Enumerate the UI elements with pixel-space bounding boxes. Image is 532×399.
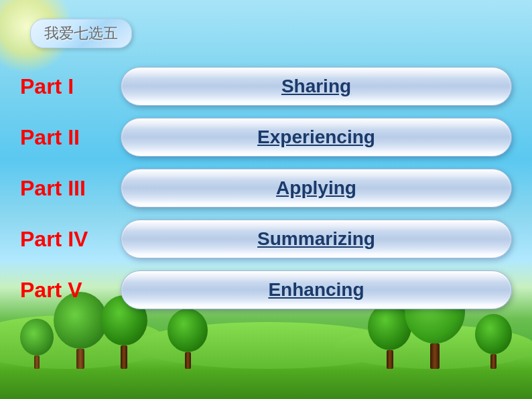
part-row-5: Part VEnhancing <box>20 270 512 309</box>
part-button-3[interactable]: Applying <box>121 169 512 208</box>
part-row-3: Part IIIApplying <box>20 169 512 208</box>
part-button-4[interactable]: Summarizing <box>121 220 512 258</box>
part-button-text-5: Enhancing <box>268 279 364 301</box>
part-button-1[interactable]: Sharing <box>121 67 512 106</box>
part-row-4: Part IVSummarizing <box>20 220 512 258</box>
trees-container <box>0 319 532 399</box>
part-button-text-2: Experiencing <box>257 127 375 148</box>
part-row-2: Part IIExperiencing <box>20 118 512 157</box>
part-label-5: Part V <box>20 278 107 303</box>
part-button-text-4: Summarizing <box>257 228 375 250</box>
tree-1 <box>20 319 54 369</box>
tree-7 <box>168 309 208 369</box>
part-button-text-1: Sharing <box>281 76 351 97</box>
part-label-2: Part II <box>20 125 107 150</box>
tree-6 <box>475 314 512 369</box>
parts-container: Part ISharingPart IIExperiencingPart III… <box>20 67 512 309</box>
part-label-4: Part IV <box>20 227 107 252</box>
part-label-3: Part III <box>20 176 107 201</box>
part-row-1: Part ISharing <box>20 67 512 106</box>
part-button-5[interactable]: Enhancing <box>121 270 512 309</box>
title-badge: 我爱七选五 <box>30 19 132 48</box>
title-text: 我爱七选五 <box>44 25 118 42</box>
part-label-1: Part I <box>20 74 107 99</box>
part-button-text-3: Applying <box>276 177 356 199</box>
part-button-2[interactable]: Experiencing <box>121 118 512 157</box>
